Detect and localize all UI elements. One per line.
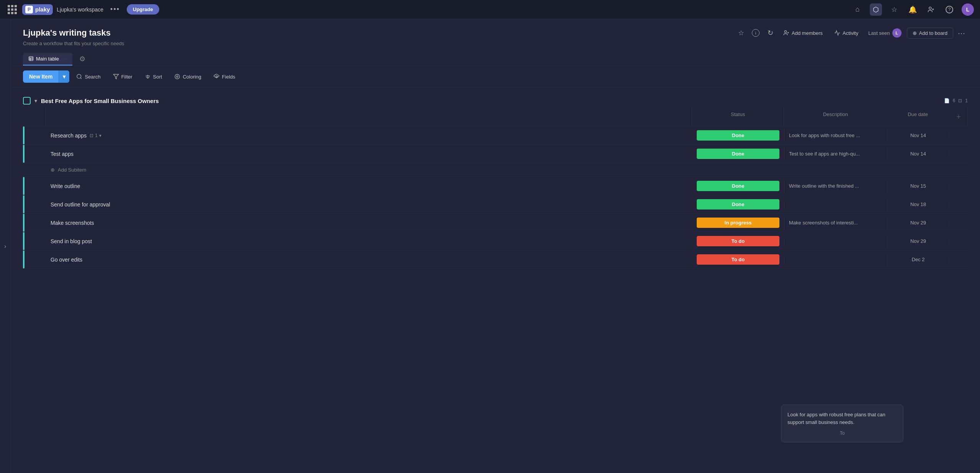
user-avatar[interactable]: L bbox=[962, 3, 974, 16]
home-button[interactable]: ⌂ bbox=[851, 3, 864, 16]
row-name-cell: Send outline for approval bbox=[46, 198, 692, 211]
svg-point-3 bbox=[784, 31, 786, 33]
row-description-cell: Test to see if apps are high-qu... bbox=[784, 147, 887, 160]
cube-button[interactable]: ⬡ bbox=[870, 3, 882, 16]
coloring-icon bbox=[174, 74, 180, 80]
row-accent bbox=[23, 195, 24, 213]
workspace-name: Ljupka's workspace bbox=[57, 7, 103, 13]
row-description-cell bbox=[784, 201, 887, 208]
row-status-cell[interactable]: In progress bbox=[692, 214, 784, 231]
info-board-button[interactable]: i bbox=[750, 27, 762, 39]
row-duedate-cell: Nov 18 bbox=[887, 198, 949, 211]
row-accent bbox=[23, 177, 24, 195]
star-board-button[interactable]: ☆ bbox=[735, 27, 747, 39]
refresh-board-button[interactable]: ↻ bbox=[764, 27, 776, 39]
add-to-board-button[interactable]: ⊕ Add to board bbox=[907, 28, 953, 39]
table-row: ⋮ Test apps Done Test to see if apps are… bbox=[23, 145, 968, 163]
workspace-menu-button[interactable]: ••• bbox=[107, 4, 123, 15]
activity-label: Activity bbox=[843, 30, 858, 36]
subitem-count[interactable]: ⊡ 1 ▾ bbox=[90, 133, 101, 138]
table-row: ⋮ Research apps ⊡ 1 ▾ Done Look for apps… bbox=[23, 126, 968, 145]
tab-main-table-dots: ··· bbox=[63, 56, 67, 62]
board-settings-button[interactable]: ⚙ bbox=[77, 52, 88, 65]
row-duedate-cell: Nov 29 bbox=[887, 234, 949, 248]
plaky-logo-icon: P bbox=[25, 6, 33, 13]
row-description-cell bbox=[784, 256, 887, 264]
row-duedate-cell: Nov 14 bbox=[887, 147, 949, 160]
row-handle: ⋮ bbox=[23, 219, 46, 226]
row-handle: ⋮ bbox=[23, 256, 46, 263]
group-checkbox[interactable] bbox=[23, 97, 31, 105]
add-subitem-row[interactable]: ⊕ Add Subitem bbox=[23, 163, 968, 177]
col-header-description: Description bbox=[784, 108, 887, 126]
row-duedate-cell: Nov 15 bbox=[887, 179, 949, 193]
board-title-row: Ljupka's writing tasks ☆ i ↻ bbox=[23, 27, 968, 39]
row-status-cell[interactable]: To do bbox=[692, 251, 784, 268]
bell-button[interactable]: 🔔 bbox=[906, 3, 919, 16]
add-column-button[interactable]: + bbox=[953, 111, 964, 122]
coloring-button[interactable]: Coloring bbox=[169, 70, 206, 83]
new-item-button[interactable]: New Item ▾ bbox=[23, 70, 69, 83]
tooltip-footer: To bbox=[787, 430, 897, 436]
add-members-button[interactable]: Add members bbox=[779, 28, 827, 38]
home-icon: ⌂ bbox=[856, 5, 860, 13]
row-accent bbox=[23, 232, 24, 250]
add-to-board-plus: ⊕ bbox=[913, 30, 917, 36]
status-badge[interactable]: To do bbox=[697, 236, 779, 246]
row-status-cell[interactable]: Done bbox=[692, 146, 784, 162]
row-status-cell[interactable]: Done bbox=[692, 196, 784, 213]
status-badge[interactable]: Done bbox=[697, 149, 779, 159]
sort-label: Sort bbox=[153, 74, 162, 80]
upgrade-button[interactable]: Upgrade bbox=[127, 4, 159, 15]
row-duedate-cell: Dec 2 bbox=[887, 253, 949, 266]
sidebar-collapse-icon: › bbox=[4, 243, 6, 249]
question-button[interactable]: ? bbox=[943, 3, 956, 16]
row-name-cell: Send in blog post bbox=[46, 234, 692, 248]
board-more-icon: ··· bbox=[958, 29, 965, 38]
row-status-cell[interactable]: Done bbox=[692, 178, 784, 194]
status-badge[interactable]: Done bbox=[697, 199, 779, 209]
status-badge[interactable]: To do bbox=[697, 254, 779, 265]
top-navigation: P plaky Ljupka's workspace ••• Upgrade ⌂… bbox=[0, 0, 980, 19]
status-badge[interactable]: Done bbox=[697, 181, 779, 191]
col-header-handle bbox=[23, 108, 46, 126]
table-row: ⋮ Make screenshots In progress Make scre… bbox=[23, 214, 968, 232]
svg-line-11 bbox=[81, 78, 82, 79]
row-name-text: Make screenshots bbox=[51, 220, 94, 226]
row-add-cell bbox=[949, 201, 968, 208]
board-subtitle: Create a workflow that fits your specifi… bbox=[23, 41, 968, 46]
col-header-status: Status bbox=[692, 108, 784, 126]
group-files-count: 6 bbox=[953, 98, 956, 103]
sidebar-collapse-tab[interactable]: › bbox=[0, 19, 11, 473]
activity-button[interactable]: Activity bbox=[830, 28, 863, 38]
fields-button[interactable]: Fields bbox=[208, 70, 241, 83]
group-header: ▾ Best Free Apps for Small Business Owne… bbox=[23, 94, 968, 108]
group-meta: 📄 6 ⊡ 1 bbox=[944, 98, 968, 103]
grid-menu-button[interactable] bbox=[6, 3, 18, 16]
status-badge[interactable]: In progress bbox=[697, 218, 779, 228]
board-more-button[interactable]: ··· bbox=[956, 27, 968, 39]
tab-main-table[interactable]: Main table ··· bbox=[23, 53, 72, 65]
group-chevron-icon[interactable]: ▾ bbox=[34, 98, 37, 104]
row-accent bbox=[23, 145, 24, 163]
row-status-cell[interactable]: To do bbox=[692, 233, 784, 249]
search-button[interactable]: Search bbox=[71, 70, 106, 83]
filter-button[interactable]: Filter bbox=[108, 70, 138, 83]
status-badge[interactable]: Done bbox=[697, 130, 779, 141]
coloring-label: Coloring bbox=[183, 74, 201, 80]
col-header-name bbox=[46, 108, 692, 126]
plaky-logo[interactable]: P plaky bbox=[22, 4, 53, 15]
tooltip-text: Look for apps with robust free plans tha… bbox=[787, 411, 897, 426]
sort-button[interactable]: Sort bbox=[139, 70, 168, 83]
person-add-button[interactable] bbox=[925, 3, 937, 16]
svg-rect-6 bbox=[29, 57, 33, 61]
star-icon: ☆ bbox=[891, 5, 897, 14]
nav-right: ⌂ ⬡ ☆ 🔔 ? L bbox=[851, 3, 974, 16]
col-header-add[interactable]: + bbox=[949, 108, 968, 126]
row-status-cell[interactable]: Done bbox=[692, 127, 784, 144]
new-item-label: New Item bbox=[23, 70, 59, 83]
row-name-cell: Research apps ⊡ 1 ▾ bbox=[46, 129, 692, 142]
add-subitem-plus-icon: ⊕ bbox=[51, 167, 55, 173]
new-item-chevron-icon[interactable]: ▾ bbox=[59, 70, 69, 83]
star-button[interactable]: ☆ bbox=[888, 3, 900, 16]
